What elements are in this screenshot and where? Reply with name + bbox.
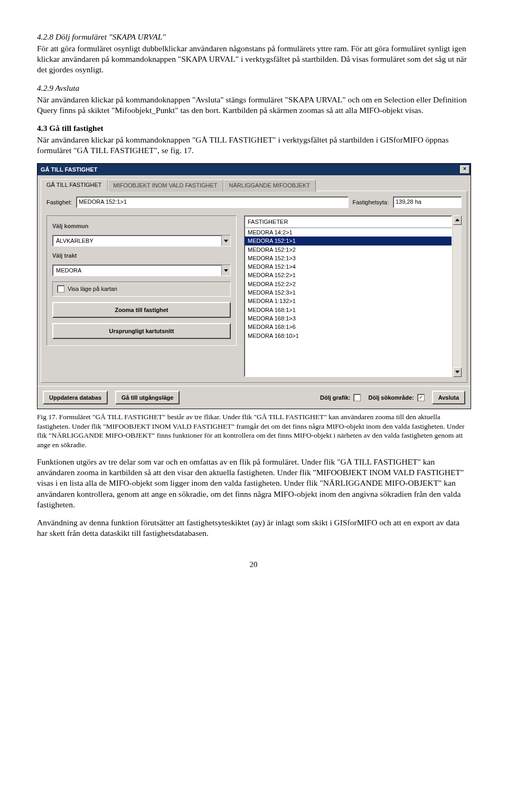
list-header: FASTIGHETER	[245, 217, 452, 228]
trakt-label: Välj trakt	[52, 252, 231, 259]
zoom-button[interactable]: Zooma till fastighet	[52, 302, 231, 318]
list-item[interactable]: MEDORA 152:2>2	[245, 280, 452, 288]
list-item[interactable]: MEDORA 152:2>1	[245, 271, 452, 279]
trakt-combo[interactable]: MEDORA	[52, 265, 231, 276]
list-item[interactable]: MEDORA 152:1>3	[245, 254, 452, 262]
fastighet-label: Fastighet:	[46, 199, 72, 206]
dolj-grafik-group: Dölj grafik:	[320, 394, 361, 401]
fastigheter-listbox[interactable]: FASTIGHETER MEDORA 14:2>1MEDORA 152:1>1M…	[244, 215, 452, 377]
para-428: För att göra formuläret osynligt dubbelk…	[37, 43, 470, 75]
list-item[interactable]: MEDORA 152:1>2	[245, 246, 452, 254]
fastighetsyta-label: Fastighetsyta:	[353, 199, 389, 206]
dialog-titlebar[interactable]: GÅ TILL FASTIGHET ×	[37, 164, 471, 175]
dolj-sokomrade-checkbox[interactable]: ✓	[417, 394, 425, 401]
page-number: 20	[37, 560, 470, 570]
kommun-combo[interactable]: ÄLVKARLEBY	[52, 235, 231, 247]
chevron-down-icon[interactable]	[221, 235, 230, 246]
fastighetsyta-field[interactable]: 139,28 ha	[393, 196, 462, 208]
list-item[interactable]: MEDORA 152:1>4	[245, 262, 452, 271]
para-after-1: Funktionen utgörs av tre delar som var o…	[37, 457, 470, 510]
trakt-value: MEDORA	[53, 265, 221, 276]
dialog-bottom-bar: Uppdatera databas Gå till utgångsläge Dö…	[37, 386, 471, 409]
para-after-2: Användning av denna funktion förutsätter…	[37, 517, 470, 539]
tab-ga-till-fastighet[interactable]: GÅ TILL FASTIGHET	[41, 179, 108, 191]
dialog-title: GÅ TILL FASTIGHET	[41, 166, 97, 173]
chevron-down-icon[interactable]	[221, 265, 230, 276]
para-429: När användaren klickar på kommandoknappe…	[37, 95, 470, 116]
visa-lage-row[interactable]: Visa läge på kartan	[52, 281, 231, 296]
list-item[interactable]: MEDORA 168:1>3	[245, 314, 452, 323]
right-group: FASTIGHETER MEDORA 14:2>1MEDORA 152:1>1M…	[244, 215, 462, 377]
utgangslage-button[interactable]: Gå till utgångsläge	[115, 391, 180, 404]
tab-narliggande-mifoobjekt[interactable]: NÄRLIGGANDE MIFOOBJEKT	[223, 180, 316, 191]
scroll-up-icon[interactable]	[453, 215, 462, 225]
heading-429: 4.2.9 Avsluta	[37, 83, 470, 93]
list-item[interactable]: MEDORA 168:10>1	[245, 332, 452, 340]
list-item[interactable]: MEDORA 1:132>1	[245, 297, 452, 305]
dialog-ga-till-fastighet: GÅ TILL FASTIGHET × GÅ TILL FASTIGHET MI…	[37, 163, 471, 409]
heading-43: 4.3 Gå till fastighet	[37, 123, 470, 134]
list-item[interactable]: MEDORA 168:1>1	[245, 306, 452, 314]
close-icon[interactable]: ×	[460, 165, 470, 174]
heading-428: 4.2.8 Dölj formuläret "SKAPA URVAL"	[37, 32, 470, 42]
scrollbar[interactable]	[453, 215, 462, 377]
dialog-tabs: GÅ TILL FASTIGHET MIFOOBJEKT INOM VALD F…	[37, 175, 471, 190]
dolj-sokomrade-label: Dölj sökområde:	[368, 394, 414, 401]
list-item[interactable]: MEDORA 168:1>6	[245, 323, 452, 331]
list-item[interactable]: MEDORA 152:1>1	[245, 237, 452, 245]
fastighet-field[interactable]: MEDORA 152:1>1	[76, 196, 348, 208]
dolj-grafik-label: Dölj grafik:	[320, 394, 350, 401]
tab-mifoobjekt-inom-vald[interactable]: MIFOOBJEKT INOM VALD FASTIGHET	[108, 180, 223, 191]
list-item[interactable]: MEDORA 152:3>1	[245, 288, 452, 297]
visa-lage-label: Visa läge på kartan	[68, 285, 117, 292]
avsluta-button[interactable]: Avsluta	[432, 391, 465, 404]
scroll-down-icon[interactable]	[453, 367, 462, 377]
dolj-sokomrade-group: Dölj sökområde: ✓	[368, 394, 424, 401]
columns: Välj kommun ÄLVKARLEBY Välj trakt MEDORA…	[46, 215, 462, 377]
uppdatera-button[interactable]: Uppdatera databas	[43, 391, 108, 404]
left-group: Välj kommun ÄLVKARLEBY Välj trakt MEDORA…	[46, 215, 237, 346]
top-row: Fastighet: MEDORA 152:1>1 Fastighetsyta:…	[46, 196, 462, 208]
kommun-label: Välj kommun	[52, 222, 231, 230]
figure-caption: Fig 17. Formuläret "GÅ TILL FASTIGHET" b…	[37, 412, 470, 449]
dolj-grafik-checkbox[interactable]	[353, 394, 361, 401]
reset-extent-button[interactable]: Ursprungligt kartutsnitt	[52, 323, 231, 339]
scroll-track[interactable]	[453, 225, 462, 367]
kommun-value: ÄLVKARLEBY	[53, 235, 221, 246]
list-item[interactable]: MEDORA 14:2>1	[245, 228, 452, 237]
tab-panel: Fastighet: MEDORA 152:1>1 Fastighetsyta:…	[41, 191, 467, 383]
checkbox-icon[interactable]	[57, 285, 64, 292]
para-43: När användaren klickar på kommandoknappe…	[37, 135, 470, 156]
